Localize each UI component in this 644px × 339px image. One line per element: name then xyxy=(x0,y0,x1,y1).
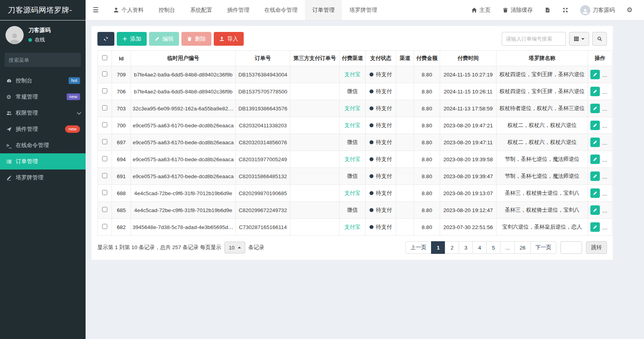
cell-pay-channel[interactable]: 支付宝 xyxy=(340,219,366,236)
row-checkbox[interactable] xyxy=(102,88,107,93)
add-button-label: 添加 xyxy=(130,35,141,43)
cell-pay-channel[interactable]: 支付宝 xyxy=(340,100,366,117)
trash-icon xyxy=(605,191,610,196)
row-checkbox[interactable] xyxy=(102,105,107,110)
row-delete-button[interactable] xyxy=(603,70,612,79)
row-delete-button[interactable] xyxy=(603,138,612,147)
row-checkbox[interactable] xyxy=(102,224,107,229)
search-button[interactable] xyxy=(592,32,607,46)
row-delete-button[interactable] xyxy=(603,155,612,164)
row-edit-button[interactable] xyxy=(590,104,600,113)
row-delete-button[interactable] xyxy=(603,205,612,215)
top-nav-item-6[interactable]: 塔罗牌管理 xyxy=(342,0,385,20)
row-edit-button[interactable] xyxy=(590,205,600,215)
page-button-5[interactable]: 5 xyxy=(486,241,500,254)
row-delete-button[interactable] xyxy=(603,121,612,130)
cell-pay-channel[interactable]: 支付宝 xyxy=(340,151,366,168)
language-button[interactable] xyxy=(539,0,556,20)
row-delete-button[interactable] xyxy=(603,188,612,198)
sidebar-item-6[interactable]: 塔罗牌管理 xyxy=(0,170,86,186)
row-delete-button[interactable] xyxy=(603,171,612,181)
cell-id: 709 xyxy=(112,66,131,83)
page-button-2[interactable]: 2 xyxy=(445,241,459,254)
cell-order-no: C820299672249732 xyxy=(236,202,290,219)
prev-page-button[interactable]: 上一页 xyxy=(405,241,432,254)
top-nav-item-5[interactable]: 订单管理 xyxy=(305,0,342,20)
cell-tarot-names: 圣杯三，权杖骑士逆位，宝剑八 xyxy=(497,185,588,202)
next-page-button[interactable]: 下一页 xyxy=(530,241,557,254)
row-checkbox[interactable] xyxy=(102,122,107,127)
sidebar-search-input[interactable] xyxy=(9,57,78,63)
cell-pay-channel[interactable]: 微信 xyxy=(340,168,366,185)
sidebar-item-4[interactable]: >_在线命令管理 xyxy=(0,137,86,153)
sidebar-search xyxy=(5,53,81,67)
sidebar-item-5[interactable]: 订单管理 xyxy=(0,153,86,170)
sidebar-item-1[interactable]: ⚙常规管理new xyxy=(0,89,86,105)
page-ellipsis[interactable]: ... xyxy=(500,241,515,254)
refresh-button[interactable] xyxy=(97,32,114,46)
row-edit-button[interactable] xyxy=(590,138,600,147)
row-checkbox[interactable] xyxy=(102,190,107,195)
status-dot-icon xyxy=(370,140,373,144)
sidebar-toggle-icon[interactable]: ☰ xyxy=(86,0,106,20)
top-nav-item-4[interactable]: 在线命令管理 xyxy=(257,0,305,20)
sidebar-item-2[interactable]: 权限管理 xyxy=(0,105,86,121)
jump-button[interactable]: 跳转 xyxy=(586,241,607,254)
top-nav-item-0[interactable]: 个人资料 xyxy=(106,0,151,20)
row-edit-button[interactable] xyxy=(590,155,600,164)
row-edit-button[interactable] xyxy=(590,121,600,130)
jump-page-input[interactable] xyxy=(560,241,582,254)
cell-pay-channel[interactable]: 微信 xyxy=(340,202,366,219)
row-checkbox[interactable] xyxy=(102,71,107,76)
row-edit-button[interactable] xyxy=(590,70,600,79)
page-button-1[interactable]: 1 xyxy=(431,241,445,254)
cell-pay-channel[interactable]: 支付宝 xyxy=(340,66,366,83)
row-edit-button[interactable] xyxy=(590,171,600,181)
fullscreen-button[interactable] xyxy=(557,0,573,20)
row-checkbox[interactable] xyxy=(102,139,107,144)
sidebar-item-0[interactable]: 控制台hot xyxy=(0,73,86,89)
edit-button[interactable]: 编辑 xyxy=(149,32,179,46)
settings-button[interactable]: ⚙ xyxy=(622,0,638,20)
cell-amount: 8.80 xyxy=(414,219,440,236)
row-checkbox[interactable] xyxy=(102,156,107,161)
cell-pay-channel[interactable]: 微信 xyxy=(340,134,366,151)
delete-button[interactable]: 删除 xyxy=(181,32,211,46)
home-link[interactable]: 主页 xyxy=(466,0,496,20)
row-edit-button[interactable] xyxy=(590,222,600,232)
row-edit-button[interactable] xyxy=(590,87,600,96)
row-delete-button[interactable] xyxy=(603,87,612,96)
cell-pay-channel[interactable]: 支付宝 xyxy=(340,185,366,202)
page-button-26[interactable]: 26 xyxy=(514,241,530,254)
top-nav-item-2[interactable]: 系统配置 xyxy=(183,0,220,20)
row-delete-button[interactable] xyxy=(603,222,612,232)
top-nav-item-3[interactable]: 插件管理 xyxy=(220,0,257,20)
sidebar-item-3[interactable]: 插件管理new xyxy=(0,121,86,137)
sidebar-item-label: 常规管理 xyxy=(16,93,38,101)
user-menu[interactable]: 刀客源码 xyxy=(575,0,620,20)
row-edit-button[interactable] xyxy=(590,188,600,198)
columns-button[interactable] xyxy=(569,32,589,46)
order-search-input[interactable] xyxy=(502,32,566,46)
cell-tarot-names: 权杖二，权杖六，权杖六逆位 xyxy=(497,134,588,151)
topbar-right: 主页 清除缓存 刀客源码 ⚙ xyxy=(466,0,644,20)
row-checkbox[interactable] xyxy=(102,173,107,178)
clear-cache-link[interactable]: 清除缓存 xyxy=(497,0,538,20)
select-all-checkbox[interactable] xyxy=(102,55,107,60)
page-button-3[interactable]: 3 xyxy=(459,241,473,254)
row-delete-button[interactable] xyxy=(603,104,612,113)
pagination: 显示第 1 到第 10 条记录，总共 257 条记录 每页显示 10 条记录 上… xyxy=(97,241,607,254)
row-checkbox[interactable] xyxy=(102,207,107,212)
trash-icon xyxy=(187,36,192,41)
cell-pay-channel[interactable]: 支付宝 xyxy=(340,117,366,134)
cell-pay-channel[interactable]: 微信 xyxy=(340,83,366,100)
trash-icon xyxy=(605,72,610,77)
table-row: 694 e9ce0575-aa63-6170-bede-dcd8b26eaaca… xyxy=(98,151,612,168)
cell-amount: 8.80 xyxy=(414,151,440,168)
page-button-4[interactable]: 4 xyxy=(472,241,487,254)
import-button[interactable]: 导入 xyxy=(214,32,244,46)
page-size-select[interactable]: 10 xyxy=(224,242,245,253)
add-button[interactable]: 添加 xyxy=(117,32,147,46)
cell-pay-time: 2024-11-15 10:26:11 xyxy=(440,83,497,100)
top-nav-item-1[interactable]: 控制台 xyxy=(151,0,183,20)
